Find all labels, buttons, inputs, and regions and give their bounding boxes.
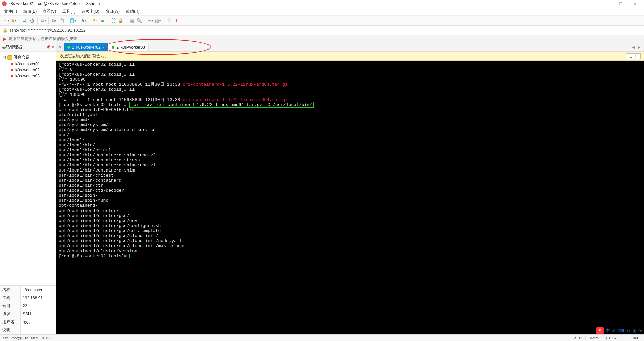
disconnect-button[interactable]: ⏻: [29, 17, 35, 24]
menu-view[interactable]: 查看(V): [43, 9, 56, 14]
status-dot-icon: [67, 46, 70, 49]
tree-root-label: 所有会话: [13, 54, 30, 60]
view2-button[interactable]: ▥: [154, 17, 161, 24]
close-all-tabs-button[interactable]: ×: [56, 43, 64, 51]
prop-row: 协议SSH: [0, 310, 56, 318]
tree-item-label: k8s-worker03: [15, 74, 40, 78]
copy-button[interactable]: ⧉: [51, 17, 58, 24]
window-title: k8s-worker02 - root@k8s-worker02:/tools …: [9, 1, 101, 6]
ime-item[interactable]: ☺: [626, 328, 631, 333]
lock-icon: 🔒: [3, 28, 8, 33]
session-properties: 名称k8s-master... 主机192.168.91.... 端口22 协议…: [0, 285, 56, 334]
menu-file[interactable]: 文件(F): [4, 9, 17, 14]
menu-tools[interactable]: 工具(T): [62, 9, 75, 14]
tab-close-icon[interactable]: ×: [103, 45, 105, 49]
menubar: 文件(F) 编辑(E) 查看(V) 工具(T) 选项卡(B) 窗口(W) 帮助(…: [0, 7, 644, 15]
tree-root[interactable]: ⊟ 所有会话: [1, 54, 55, 61]
log-button[interactable]: ▦: [128, 17, 135, 24]
open-button[interactable]: ▣: [10, 17, 17, 24]
panel-close-icon[interactable]: ×: [52, 45, 54, 49]
tab-label: k8s-worker03: [121, 45, 145, 50]
prop-row: 端口22: [0, 302, 56, 310]
session-tree: ⊟ 所有会话 k8s-master01 k8s-worker02 k8s-wor…: [0, 52, 56, 285]
menu-edit[interactable]: 编辑(E): [23, 9, 37, 14]
tab-nav-right[interactable]: ►: [637, 45, 641, 50]
help-button[interactable]: ❔: [165, 17, 172, 24]
ime-item[interactable]: ⌨: [618, 328, 624, 333]
broadcast-text: 发送键盘输入的所有会话。: [60, 53, 108, 59]
ime-logo-icon[interactable]: S: [596, 327, 604, 334]
update-button[interactable]: ⬆: [173, 17, 180, 24]
toolbar: ＋ ▣ ⇄ ⏻ ▤ ⧉ 📋 🌐 A ↻ ◙ ⛶ 🔒 ▦ 🔍 ▭ ▥ ❔ ⬆: [0, 15, 644, 26]
ime-item[interactable]: ⟳: [638, 328, 642, 333]
new-session-button[interactable]: ＋: [3, 17, 9, 24]
session-icon: [11, 63, 13, 65]
session-icon: [11, 75, 13, 77]
status-size: ↕ 186x39: [602, 336, 624, 340]
prop-row: 说明: [0, 326, 56, 334]
tab-strip: × 1 k8s-worker02 × 2 k8s-worker03 + ◄ ►: [56, 43, 644, 52]
font-button[interactable]: A: [80, 17, 87, 24]
tab-label: k8s-worker02: [76, 45, 101, 50]
ime-bar: S 中 ✐ ⌨ ☺ ⊞ ⟳: [596, 327, 642, 334]
prop-row: 用户名root: [0, 318, 56, 326]
fullscreen-button[interactable]: ⛶: [110, 17, 117, 24]
new-tab-button[interactable]: +: [149, 43, 157, 51]
tree-item-label: k8s-worker02: [15, 68, 40, 72]
minimize-button[interactable]: —: [600, 0, 614, 7]
address-text: ssh://root:*************@192.168.91.101:…: [10, 28, 86, 33]
session-manager-panel: 会话管理器 📌 × ⊟ 所有会话 k8s-master01 k8s-worker…: [0, 43, 56, 334]
tab-worker02[interactable]: 1 k8s-worker02 ×: [64, 43, 108, 51]
tab-nav-left[interactable]: ◄: [631, 45, 635, 50]
tip-text: 要添加当前会话，点击左侧的箭头按钮。: [8, 36, 81, 42]
session-icon: [11, 69, 13, 71]
ime-item[interactable]: ⊞: [633, 328, 636, 333]
menu-tab[interactable]: 选项卡(B): [82, 9, 99, 14]
pin-icon[interactable]: 📌: [46, 45, 51, 49]
status-extras: ⤴ 10M: [624, 336, 641, 340]
tree-item-worker03[interactable]: k8s-worker03: [1, 73, 55, 79]
lock-button[interactable]: 🔒: [117, 17, 124, 24]
status-address: ssh://root@192.168.91.101:22: [3, 336, 52, 340]
record-button[interactable]: ◙: [99, 17, 106, 24]
tab-worker03[interactable]: 2 k8s-worker03: [108, 43, 149, 51]
maximize-button[interactable]: □: [614, 0, 628, 7]
prop-row: 名称k8s-master...: [0, 286, 56, 294]
tree-item-master01[interactable]: k8s-master01: [1, 61, 55, 67]
find-button[interactable]: 🔍: [136, 17, 143, 24]
menu-window[interactable]: 窗口(W): [105, 9, 120, 14]
titlebar: k8s-worker02 - root@k8s-worker02:/tools …: [0, 0, 644, 7]
terminal[interactable]: [root@k8s-worker02 tools]# ll 总计 0 [root…: [56, 61, 644, 334]
reconnect-button[interactable]: ⇄: [21, 17, 28, 24]
broadcast-bar: 发送键盘输入的所有会话。 OFF: [56, 52, 644, 61]
ime-item[interactable]: ✐: [612, 328, 616, 333]
tab-index: 2: [116, 45, 119, 50]
session-manager-title: 会话管理器: [2, 44, 22, 50]
tip-bar: ▶ 要添加当前会话，点击左侧的箭头按钮。: [0, 35, 644, 43]
address-bar[interactable]: 🔒 ssh://root:*************@192.168.91.10…: [0, 26, 644, 35]
broadcast-toggle[interactable]: OFF: [626, 53, 641, 59]
profile-button[interactable]: ▤: [40, 17, 46, 24]
prop-row: 主机192.168.91....: [0, 294, 56, 302]
view1-button[interactable]: ▭: [147, 17, 154, 24]
folder-icon: [7, 55, 12, 60]
status-protocol: SSH2: [569, 336, 586, 340]
paste-button[interactable]: 📋: [58, 17, 65, 24]
menu-help[interactable]: 帮助(H): [126, 9, 140, 14]
flag-icon: ▶: [3, 37, 6, 41]
globe-button[interactable]: 🌐: [69, 17, 76, 24]
tree-item-label: k8s-master01: [15, 62, 40, 66]
tree-item-worker02[interactable]: k8s-worker02: [1, 67, 55, 73]
close-button[interactable]: ✕: [628, 0, 642, 7]
tab-index: 1: [72, 45, 74, 50]
ime-lang[interactable]: 中: [606, 328, 610, 334]
status-dot-icon: [112, 46, 114, 49]
status-term: xterm: [585, 336, 602, 340]
status-bar: ssh://root@192.168.91.101:22 SSH2 xterm …: [0, 334, 644, 341]
refresh-button[interactable]: ↻: [91, 17, 98, 24]
app-logo-icon: [2, 1, 7, 6]
